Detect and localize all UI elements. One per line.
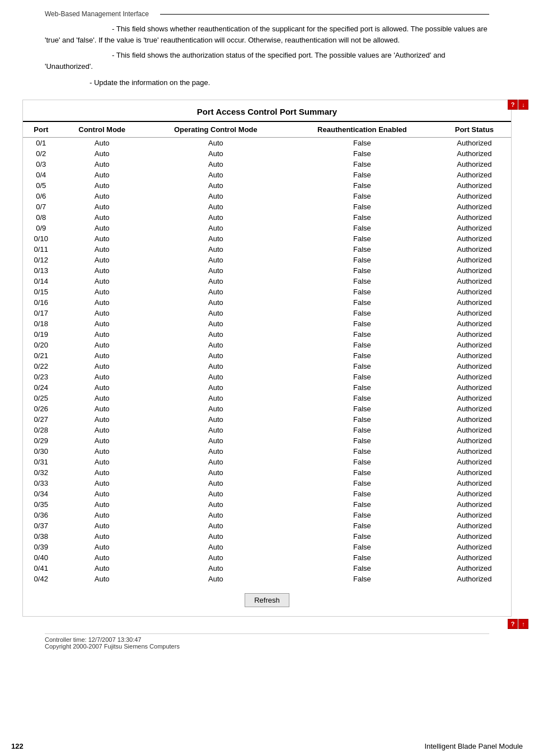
table-row: 0/10AutoAutoFalseAuthorized <box>23 233 511 244</box>
controller-time: Controller time: 12/7/2007 13:30:47 <box>45 636 489 643</box>
scroll-down-btn[interactable]: ↓ <box>518 100 528 110</box>
table-row: 0/41AutoAutoFalseAuthorized <box>23 563 511 574</box>
table-row: 0/11AutoAutoFalseAuthorized <box>23 244 511 255</box>
table-row: 0/6AutoAutoFalseAuthorized <box>23 191 511 201</box>
refresh-area: Refresh <box>23 584 511 616</box>
bottom-info: Controller time: 12/7/2007 13:30:47 Copy… <box>45 633 489 650</box>
port-summary-table: Port Control Mode Operating Control Mode… <box>23 122 511 584</box>
table-row: 0/33AutoAutoFalseAuthorized <box>23 478 511 489</box>
col-header-port-status: Port Status <box>438 122 511 138</box>
table-row: 0/13AutoAutoFalseAuthorized <box>23 265 511 276</box>
table-row: 0/40AutoAutoFalseAuthorized <box>23 552 511 563</box>
col-header-port: Port <box>23 122 59 138</box>
table-row: 0/20AutoAutoFalseAuthorized <box>23 340 511 350</box>
table-row: 0/12AutoAutoFalseAuthorized <box>23 255 511 265</box>
table-row: 0/19AutoAutoFalseAuthorized <box>23 329 511 340</box>
table-row: 0/16AutoAutoFalseAuthorized <box>23 297 511 308</box>
header-title: Web-Based Management Interface <box>45 10 149 18</box>
table-row: 0/38AutoAutoFalseAuthorized <box>23 531 511 542</box>
copyright: Copyright 2000-2007 Fujitsu Siemens Comp… <box>45 643 489 650</box>
page-number: 122 <box>11 742 24 750</box>
table-row: 0/7AutoAutoFalseAuthorized <box>23 201 511 212</box>
table-row: 0/21AutoAutoFalseAuthorized <box>23 350 511 361</box>
table-row: 0/8AutoAutoFalseAuthorized <box>23 212 511 223</box>
table-row: 0/42AutoAutoFalseAuthorized <box>23 574 511 584</box>
table-row: 0/15AutoAutoFalseAuthorized <box>23 287 511 297</box>
table-row: 0/14AutoAutoFalseAuthorized <box>23 276 511 287</box>
table-row: 0/17AutoAutoFalseAuthorized <box>23 308 511 318</box>
table-row: 0/18AutoAutoFalseAuthorized <box>23 318 511 329</box>
table-row: 0/30AutoAutoFalseAuthorized <box>23 446 511 457</box>
table-row: 0/22AutoAutoFalseAuthorized <box>23 361 511 372</box>
table-row: 0/26AutoAutoFalseAuthorized <box>23 403 511 414</box>
table-row: 0/27AutoAutoFalseAuthorized <box>23 414 511 425</box>
col-header-control-mode: Control Mode <box>59 122 145 138</box>
table-title: Port Access Control Port Summary <box>23 100 511 122</box>
help-icon-top[interactable]: ? <box>508 100 518 110</box>
table-row: 0/36AutoAutoFalseAuthorized <box>23 510 511 520</box>
table-section: Port Access Control Port Summary Port Co… <box>22 100 512 617</box>
product-name: Intelligent Blade Panel Module <box>424 742 523 750</box>
table-row: 0/25AutoAutoFalseAuthorized <box>23 393 511 403</box>
table-row: 0/23AutoAutoFalseAuthorized <box>23 372 511 382</box>
scroll-up-btn[interactable]: ↑ <box>518 619 528 629</box>
table-row: 0/3AutoAutoFalseAuthorized <box>23 159 511 170</box>
table-row: 0/39AutoAutoFalseAuthorized <box>23 542 511 552</box>
table-row: 0/31AutoAutoFalseAuthorized <box>23 457 511 467</box>
table-row: 0/4AutoAutoFalseAuthorized <box>23 170 511 180</box>
table-row: 0/9AutoAutoFalseAuthorized <box>23 223 511 233</box>
table-row: 0/37AutoAutoFalseAuthorized <box>23 520 511 531</box>
col-header-operating-control-mode: Operating Control Mode <box>145 122 287 138</box>
table-row: 0/24AutoAutoFalseAuthorized <box>23 382 511 393</box>
table-row: 0/2AutoAutoFalseAuthorized <box>23 148 511 159</box>
page-wrapper: Web-Based Management Interface - This fi… <box>0 0 534 756</box>
refresh-description: - Update the information on the page. <box>45 77 489 88</box>
table-row: 0/32AutoAutoFalseAuthorized <box>23 467 511 478</box>
table-row: 0/34AutoAutoFalseAuthorized <box>23 489 511 499</box>
table-row: 0/5AutoAutoFalseAuthorized <box>23 180 511 191</box>
table-row: 0/35AutoAutoFalseAuthorized <box>23 499 511 510</box>
footer-bar: 122 Intelligent Blade Panel Module <box>0 742 534 750</box>
table-row: 0/29AutoAutoFalseAuthorized <box>23 435 511 446</box>
table-row: 0/1AutoAutoFalseAuthorized <box>23 137 511 148</box>
refresh-button[interactable]: Refresh <box>245 593 289 607</box>
reauth-description: - This field shows whether reauthenticat… <box>45 24 489 72</box>
col-header-reauth-enabled: Reauthentication Enabled <box>287 122 438 138</box>
help-icon-bottom[interactable]: ? <box>508 619 518 629</box>
table-row: 0/28AutoAutoFalseAuthorized <box>23 425 511 435</box>
